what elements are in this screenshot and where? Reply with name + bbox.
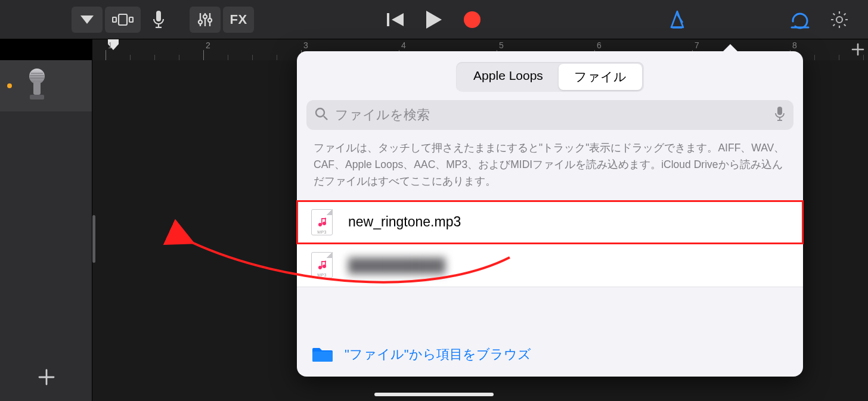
svg-marker-14 [392,13,404,26]
popover-arrow-icon [722,44,739,52]
svg-rect-2 [119,14,127,25]
svg-rect-37 [321,219,323,225]
svg-line-18 [677,14,683,23]
scroll-indicator [92,215,95,263]
ruler-label: 3 [303,41,308,50]
folder-icon [311,346,334,363]
fx-button[interactable]: FX [223,7,254,33]
ruler-label: 1 [108,41,113,50]
main-toolbar: FX [0,0,868,39]
svg-rect-32 [777,107,782,115]
file-name: new_ringtone.mp3 [348,214,461,230]
ruler-label: 8 [792,41,797,50]
svg-rect-44 [321,261,326,262]
home-indicator [374,393,494,396]
svg-marker-0 [80,15,94,24]
track-instrument-icon [23,68,51,104]
search-input[interactable] [334,107,768,123]
search-icon [315,107,328,123]
ruler-label: 6 [597,41,602,50]
browser-tab-segment: Apple Loops ファイル [456,62,644,92]
play-button[interactable] [416,7,452,33]
dictation-icon[interactable] [774,106,785,124]
browse-files-button[interactable]: "ファイル"から項目をブラウズ [297,332,803,377]
record-armed-icon [7,83,12,88]
loop-browser-popover: Apple Loops ファイル ファイルは、タッチして押さえたままにすると"ト… [297,51,803,377]
help-text: ファイルは、タッチして押さえたままにすると"トラック"表示にドラッグできます。A… [297,139,803,200]
svg-rect-13 [387,13,389,26]
svg-rect-27 [30,95,44,100]
svg-rect-3 [129,17,133,22]
svg-marker-15 [426,11,442,29]
svg-point-21 [836,17,842,23]
file-row[interactable]: MP3██████████ [297,244,803,287]
tab-apple-loops[interactable]: Apple Loops [458,64,559,90]
svg-point-12 [208,18,212,22]
track-header[interactable] [0,60,92,111]
file-search-field[interactable] [306,100,793,130]
svg-point-10 [203,15,207,18]
loop-browser-button[interactable] [782,7,818,33]
settings-button[interactable] [822,7,857,33]
mic-input-button[interactable] [143,7,174,33]
rewind-button[interactable] [378,7,414,33]
svg-rect-42 [321,262,323,268]
file-row[interactable]: MP3new_ringtone.mp3 [297,201,803,244]
ruler-label: 4 [401,41,406,50]
svg-point-16 [464,11,480,28]
metronome-button[interactable] [659,7,695,33]
file-name: ██████████ [348,257,445,273]
ruler-label: 7 [695,41,699,50]
tab-files[interactable]: ファイル [559,64,642,90]
ruler-label: 2 [206,41,210,50]
add-track-button[interactable] [0,353,92,401]
track-view-button[interactable] [105,7,141,33]
ruler-label: 5 [499,41,504,50]
svg-rect-1 [113,17,116,22]
audio-file-icon: MP3 [311,209,333,235]
svg-rect-26 [33,82,41,95]
track-settings-button[interactable] [72,7,103,33]
svg-line-31 [324,116,327,120]
file-list: MP3new_ringtone.mp3MP3██████████ [297,200,803,287]
svg-rect-45 [312,352,333,362]
add-marker-button[interactable] [851,42,864,60]
svg-rect-39 [321,218,326,219]
mixer-button[interactable] [190,7,221,33]
audio-file-icon: MP3 [311,252,333,278]
browse-label: "ファイル"から項目をブラウズ [345,346,531,363]
record-button[interactable] [454,7,490,33]
svg-point-8 [199,20,202,24]
svg-rect-4 [156,11,161,21]
svg-point-30 [316,108,324,117]
tracks-sidebar [0,60,92,401]
